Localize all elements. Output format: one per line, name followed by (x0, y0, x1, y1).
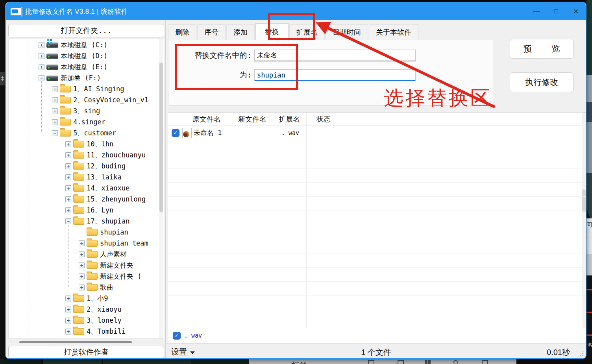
with-input[interactable] (254, 69, 416, 81)
tree-item[interactable]: +1、小9 (9, 293, 164, 304)
tab-扩展名[interactable]: 扩展名 (289, 24, 325, 40)
tab-替换[interactable]: 替换 (255, 23, 289, 40)
tab-日期时间[interactable]: 日期时间 (326, 24, 368, 40)
column-header[interactable]: 状态 (306, 115, 331, 124)
tree-item-label: 3、sing (73, 107, 100, 116)
drive-c-icon (46, 42, 58, 48)
tree-item[interactable]: +16、Lyn (9, 205, 164, 216)
maximize-button[interactable]: □ (546, 3, 566, 20)
expand-plus-icon[interactable]: + (52, 119, 58, 125)
tree-item[interactable]: −17、shupian (9, 216, 164, 227)
collapse-minus-icon[interactable]: − (65, 218, 71, 224)
expand-plus-icon[interactable]: + (79, 240, 85, 246)
tree-item[interactable]: +shupian_team (9, 238, 164, 249)
tree-item[interactable]: +11、zhouchuanyu (9, 150, 164, 161)
expand-plus-icon[interactable]: + (65, 174, 71, 180)
tree-item[interactable]: +15、zhenyunlong (9, 194, 164, 205)
tree-item[interactable]: +4、Tombili (9, 326, 164, 337)
tab-bar: 删除序号添加替换扩展名日期时间关于本软件 (168, 23, 418, 40)
folder-icon (73, 328, 84, 335)
table-row-empty (168, 211, 586, 225)
tree-item[interactable]: +本地磁盘 (C:) (9, 39, 164, 50)
background-text-fragment: 可 (587, 222, 592, 229)
tree-item[interactable]: −5、customer (9, 127, 164, 139)
folder-icon (87, 273, 98, 280)
tree-item[interactable]: +歌曲 (9, 282, 164, 293)
expand-plus-icon[interactable]: + (52, 86, 58, 92)
table-row-empty (168, 324, 586, 328)
tree-item[interactable]: +新建文件夹 (9, 260, 164, 271)
tree-horizontal-scrollbar[interactable] (19, 341, 132, 343)
expand-plus-icon[interactable]: + (79, 251, 85, 257)
expand-plus-icon[interactable]: + (65, 185, 71, 191)
window-title: 批量修改文件名 V3.8.1 | 缤纷软件 (25, 7, 128, 16)
tree-item[interactable]: +12、buding (9, 161, 164, 172)
tree-item[interactable]: +1、AI Singing (9, 83, 164, 94)
tree-item[interactable]: +3、sing (9, 105, 164, 116)
collapse-minus-icon[interactable]: − (39, 75, 44, 81)
expand-plus-icon[interactable]: + (52, 97, 58, 103)
donate-author-button[interactable]: 打赏软件作者 (8, 346, 164, 358)
expand-plus-icon[interactable]: + (79, 262, 85, 268)
expand-plus-icon[interactable]: + (65, 296, 71, 301)
close-button[interactable]: ✕ (566, 3, 586, 20)
find-input[interactable] (254, 50, 416, 61)
collapse-minus-icon[interactable]: − (52, 130, 58, 136)
folder-icon (87, 251, 98, 258)
tree-item[interactable]: +3、lonely (9, 315, 164, 326)
tree-item[interactable]: +2、xiaoyu (9, 304, 164, 315)
tab-删除[interactable]: 删除 (168, 24, 196, 40)
table-row-empty (168, 282, 586, 296)
extension-filter-checkbox-checked[interactable] (173, 332, 181, 340)
table-row[interactable]: 未命名 1 . wav (168, 126, 586, 140)
tab-添加[interactable]: 添加 (226, 24, 255, 40)
tree-item[interactable]: +新建文件夹 ( (9, 271, 164, 282)
tree-item[interactable]: +2、CosyVoice_win_v1 (9, 94, 164, 105)
expand-plus-icon[interactable]: + (79, 285, 85, 290)
table-row-empty (168, 154, 586, 168)
tree-item[interactable]: +10、lhn (9, 139, 164, 150)
background-fragment (586, 75, 592, 102)
expand-plus-icon[interactable]: + (39, 53, 44, 59)
tree-item[interactable]: +4.singer (9, 116, 164, 127)
tree-item[interactable]: −新加卷 (F:) (9, 72, 164, 83)
tab-序号[interactable]: 序号 (197, 24, 226, 40)
column-header[interactable]: 新文件名 (232, 115, 273, 124)
close-bracket-icon (482, 360, 488, 364)
expand-plus-icon[interactable]: + (65, 318, 71, 323)
extension-cell: . wav (281, 129, 299, 137)
preview-button[interactable]: 预 览 (510, 39, 574, 59)
expand-plus-icon[interactable]: + (65, 207, 71, 213)
execute-rename-button[interactable]: 执行修改 (510, 72, 574, 92)
expand-plus-icon[interactable]: + (39, 42, 44, 48)
folder-icon (60, 86, 71, 92)
tree-item[interactable]: +14、xiaoxue (9, 183, 164, 194)
row-checkbox-checked[interactable] (172, 129, 179, 137)
titlebar[interactable]: 批量修改文件名 V3.8.1 | 缤纷软件 — □ ✕ (6, 3, 586, 20)
minimize-button[interactable]: — (527, 3, 546, 20)
tree-item[interactable]: shupian (9, 227, 164, 238)
expand-plus-icon[interactable]: + (79, 273, 85, 279)
tab-关于本软件[interactable]: 关于本软件 (369, 24, 418, 40)
background-fragment (586, 0, 592, 75)
background-fragment: 可 一 (586, 218, 592, 254)
expand-plus-icon[interactable]: + (65, 329, 71, 334)
open-folder-button[interactable]: 打开文件夹... (8, 24, 164, 37)
tree-item[interactable]: +本地磁盘 (E:) (9, 61, 164, 72)
expand-plus-icon[interactable]: + (65, 163, 71, 169)
expand-plus-icon[interactable]: + (65, 196, 71, 202)
expand-plus-icon[interactable]: + (39, 64, 44, 70)
folder-tree[interactable]: +本地磁盘 (C:)+本地磁盘 (D:)+本地磁盘 (E:)−新加卷 (F:)+… (8, 38, 164, 339)
column-header[interactable]: 扩展名 (273, 115, 306, 124)
expand-plus-icon[interactable]: + (65, 307, 71, 312)
expand-plus-icon[interactable]: + (52, 108, 58, 114)
background-right-strip: 可 一 名 (586, 0, 592, 364)
expand-plus-icon[interactable]: + (65, 152, 71, 158)
tree-item[interactable]: +人声素材 (9, 249, 164, 260)
tree-item-label: 本地磁盘 (C:) (61, 41, 107, 50)
tree-item[interactable]: +本地磁盘 (D:) (9, 50, 164, 61)
column-header[interactable]: 原文件名 (168, 115, 232, 124)
tree-item[interactable]: +13、laika (9, 172, 164, 183)
expand-plus-icon[interactable]: + (65, 141, 71, 147)
tree-item-label: 2、xiaoyu (87, 305, 122, 314)
